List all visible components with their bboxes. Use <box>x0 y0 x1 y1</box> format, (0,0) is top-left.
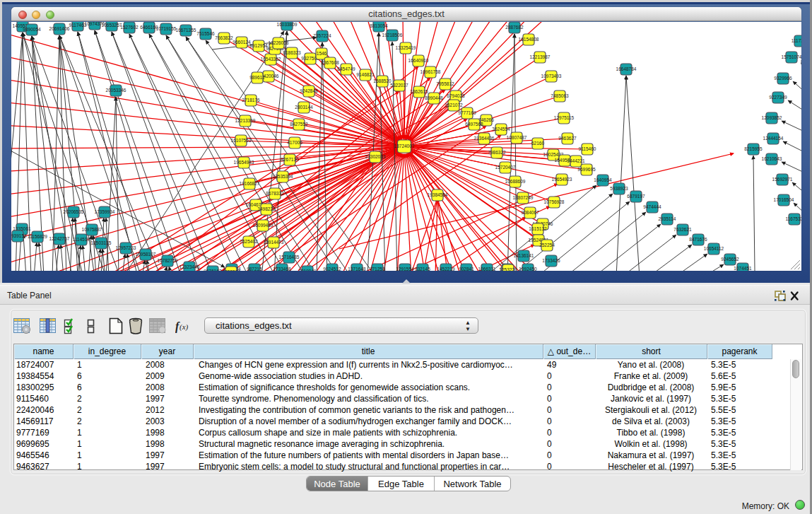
svg-text:15692971: 15692971 <box>772 177 793 182</box>
svg-text:252254: 252254 <box>539 243 555 247</box>
svg-text:16914473: 16914473 <box>264 240 284 245</box>
svg-text:7485063: 7485063 <box>551 93 569 98</box>
svg-text:8813054: 8813054 <box>370 23 388 28</box>
svg-text:8990448: 8990448 <box>425 95 443 100</box>
svg-text:12975115: 12975115 <box>554 115 575 120</box>
svg-text:12213369: 12213369 <box>235 118 256 123</box>
svg-text:10958107: 10958107 <box>136 252 156 257</box>
svg-text:1371648: 1371648 <box>348 267 366 271</box>
svg-text:18807249: 18807249 <box>513 195 534 200</box>
svg-text:10654112: 10654112 <box>704 246 724 251</box>
svg-text:7632621: 7632621 <box>673 227 692 232</box>
svg-text:8427552: 8427552 <box>290 122 308 127</box>
svg-text:19654943: 19654943 <box>234 160 254 165</box>
svg-text:19218506: 19218506 <box>382 33 403 37</box>
svg-text:8319041: 8319041 <box>298 269 317 274</box>
svg-text:12444154: 12444154 <box>763 136 784 141</box>
svg-text:10756928: 10756928 <box>544 199 565 204</box>
svg-text:3624554: 3624554 <box>492 127 510 132</box>
svg-text:6879197: 6879197 <box>627 194 645 199</box>
svg-text:8215955: 8215955 <box>744 146 763 151</box>
svg-text:9676163: 9676163 <box>204 269 222 274</box>
svg-text:9890054: 9890054 <box>23 27 41 32</box>
svg-text:19166827: 19166827 <box>240 181 260 186</box>
svg-text:9115460: 9115460 <box>579 146 596 151</box>
svg-text:902841: 902841 <box>459 267 474 271</box>
svg-text:1253221: 1253221 <box>499 267 517 272</box>
svg-text:9474444: 9474444 <box>643 204 661 209</box>
svg-text:1092450: 1092450 <box>519 267 537 271</box>
svg-text:2367608: 2367608 <box>321 60 339 65</box>
svg-text:8678332: 8678332 <box>266 191 284 196</box>
svg-text:9444221: 9444221 <box>567 158 585 163</box>
svg-text:16671355: 16671355 <box>176 28 196 33</box>
svg-text:13325419: 13325419 <box>396 45 416 50</box>
svg-text:1066311: 1066311 <box>478 267 496 271</box>
svg-text:9777169: 9777169 <box>458 110 476 115</box>
svg-text:20691406: 20691406 <box>49 26 70 31</box>
svg-text:62160: 62160 <box>531 141 544 146</box>
svg-text:8186323: 8186323 <box>283 50 301 55</box>
svg-text:10807487: 10807487 <box>507 135 527 140</box>
svg-text:12242757: 12242757 <box>49 236 70 241</box>
svg-text:1074451: 1074451 <box>734 266 752 271</box>
svg-text:14136141: 14136141 <box>514 253 534 258</box>
svg-text:8912954: 8912954 <box>249 43 268 48</box>
svg-text:16099489: 16099489 <box>253 223 273 228</box>
svg-text:11156829: 11156829 <box>28 234 47 239</box>
svg-text:20053346: 20053346 <box>106 88 126 93</box>
svg-text:1282264: 1282264 <box>222 269 240 274</box>
svg-text:15751074: 15751074 <box>782 54 802 59</box>
svg-text:832145: 832145 <box>415 267 430 271</box>
svg-text:16782759: 16782759 <box>158 258 178 263</box>
svg-text:13226058: 13226058 <box>269 40 289 45</box>
svg-text:6794028: 6794028 <box>447 93 465 98</box>
svg-text:10973493: 10973493 <box>541 74 562 78</box>
svg-text:1527602: 1527602 <box>120 25 139 30</box>
svg-text:2803144: 2803144 <box>295 105 313 110</box>
svg-text:16107553: 16107553 <box>231 138 252 143</box>
svg-text:12093852: 12093852 <box>762 115 782 120</box>
svg-text:16640910: 16640910 <box>408 58 429 63</box>
svg-text:15720407: 15720407 <box>495 165 516 170</box>
svg-text:13535394: 13535394 <box>273 174 293 179</box>
svg-text:10688609: 10688609 <box>505 179 526 184</box>
svg-text:989612: 989612 <box>249 75 265 80</box>
svg-text:15716485: 15716485 <box>279 255 300 259</box>
svg-text:21364436: 21364436 <box>474 136 495 141</box>
svg-text:8471676: 8471676 <box>689 237 707 242</box>
svg-text:1640954: 1640954 <box>594 177 612 182</box>
svg-text:1621072: 1621072 <box>445 103 463 107</box>
svg-text:7986322: 7986322 <box>488 150 506 155</box>
svg-text:16154808: 16154808 <box>519 37 539 42</box>
svg-text:12323446: 12323446 <box>180 264 200 269</box>
svg-text:1615132: 1615132 <box>529 226 547 231</box>
svg-text:7515546: 7515546 <box>196 31 215 36</box>
svg-text:12213987: 12213987 <box>530 54 551 59</box>
svg-text:9245652: 9245652 <box>721 257 739 262</box>
svg-text:8454749: 8454749 <box>337 66 355 71</box>
svg-text:8267130: 8267130 <box>281 157 299 162</box>
svg-text:1546: 1546 <box>317 51 327 56</box>
svg-text:1291554: 1291554 <box>396 267 414 271</box>
svg-text:5322037: 5322037 <box>390 83 408 88</box>
svg-text:5938923: 5938923 <box>610 186 628 191</box>
svg-text:17016504: 17016504 <box>774 197 794 202</box>
svg-text:1588520: 1588520 <box>373 78 392 83</box>
svg-text:16648784: 16648784 <box>616 66 637 71</box>
svg-text:20206535: 20206535 <box>64 209 84 214</box>
svg-text:2935114: 2935114 <box>659 216 676 221</box>
svg-text:16543362: 16543362 <box>261 57 281 62</box>
svg-text:1733426: 1733426 <box>542 258 560 263</box>
svg-text:10975887: 10975887 <box>82 227 102 232</box>
svg-text:417006: 417006 <box>287 140 302 145</box>
svg-text:12503135: 12503135 <box>91 240 112 245</box>
svg-text:(x): (x) <box>180 322 189 332</box>
svg-text:16033809: 16033809 <box>277 22 298 27</box>
svg-text:16210643: 16210643 <box>762 156 782 161</box>
svg-text:771251: 771251 <box>370 267 385 271</box>
svg-text:9242848: 9242848 <box>300 88 318 93</box>
svg-text:1362615: 1362615 <box>410 89 428 94</box>
svg-text:6497568: 6497568 <box>465 122 483 127</box>
svg-text:9227349: 9227349 <box>769 95 787 100</box>
